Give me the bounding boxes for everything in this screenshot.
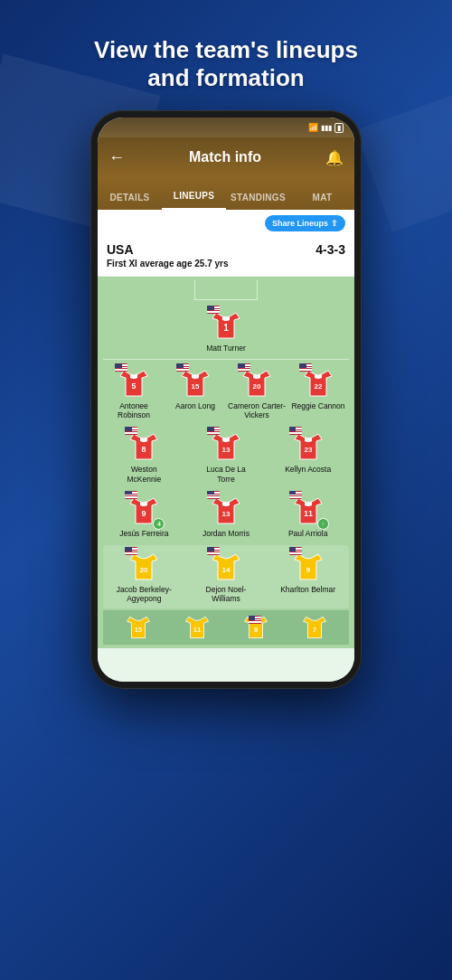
svg-text:8: 8 xyxy=(253,626,257,634)
player-name-berkeley: Jacob Berkeley-Agyepong xyxy=(115,585,174,603)
bench-item-1: 15 xyxy=(124,614,153,641)
svg-text:8: 8 xyxy=(142,445,146,454)
svg-text:9: 9 xyxy=(142,509,146,518)
jersey-svg: 1 xyxy=(209,309,243,342)
svg-text:20: 20 xyxy=(140,566,148,574)
player-name-noel: Dejon Noel-Williams xyxy=(196,585,255,603)
svg-text:22: 22 xyxy=(315,382,323,391)
player-name-arriola: Paul Arriola xyxy=(288,529,327,538)
player-ferreira: 9 4 Jesús Ferreira xyxy=(115,495,174,538)
tab-lineups[interactable]: LINEUPS xyxy=(162,191,226,210)
football-pitch: 1 Matt Turner xyxy=(98,277,354,648)
svg-text:11: 11 xyxy=(193,626,200,634)
status-icons: 📶 ▮▮▮ ▮ xyxy=(308,123,344,133)
subs-row: 20 Jacob Berkeley-Agyepong xyxy=(103,545,349,608)
flag-belmar xyxy=(289,547,302,555)
hero-line1: View the team's lineups xyxy=(27,36,425,64)
sub-berkeley: 20 Jacob Berkeley-Agyepong xyxy=(115,551,174,603)
avg-age-row: First XI average age 25.7 yrs xyxy=(107,259,345,269)
sub-on-indicator-arriola: ↑ xyxy=(317,518,329,530)
player-name-acosta: Kellyn Acosta xyxy=(285,465,331,474)
svg-text:13: 13 xyxy=(222,510,231,518)
flag-cv xyxy=(238,363,250,372)
team-name: USA xyxy=(107,242,134,257)
flag-ferreira xyxy=(125,491,137,499)
battery-icon: ▮ xyxy=(334,123,344,133)
player-name: Matt Turner xyxy=(206,344,245,353)
jersey-svg-robinson: 5 xyxy=(117,367,151,400)
flag-usa xyxy=(207,306,220,314)
hero-text: View the team's lineups and formation xyxy=(0,0,452,110)
player-robinson: 5 Antonee Robinson xyxy=(105,367,164,419)
player-name-long: Aaron Long xyxy=(175,401,215,410)
jersey-svg-berkeley: 20 xyxy=(127,551,161,583)
svg-text:9: 9 xyxy=(306,566,310,574)
flag-cannon xyxy=(299,363,312,372)
player-delatorre: 13 Luca De La Torre xyxy=(196,430,255,483)
flag-berkeley xyxy=(125,547,137,555)
svg-text:1: 1 xyxy=(223,323,229,333)
bench-jersey-1: 15 xyxy=(124,614,153,641)
svg-text:7: 7 xyxy=(312,626,315,634)
midfield-line-top xyxy=(103,359,349,361)
player-acosta: 23 Kellyn Acosta xyxy=(278,430,337,474)
hero-line2: and formation xyxy=(27,64,425,92)
team-header: USA 4-3-3 First XI average age 25.7 yrs xyxy=(98,237,354,277)
svg-text:20: 20 xyxy=(253,382,261,391)
player-name-mckennie: Weston McKennie xyxy=(115,465,174,483)
share-bar: Share Lineups ⇧ xyxy=(98,210,354,237)
flag-arriola xyxy=(289,491,302,499)
defenders-row: 5 Antonee Robinson xyxy=(103,362,349,425)
svg-text:13: 13 xyxy=(222,446,231,454)
avg-age-value: 25.7 yrs xyxy=(194,259,228,269)
jersey-svg-cv: 20 xyxy=(240,367,274,400)
player-long: 15 Aaron Long xyxy=(166,367,225,410)
flag-mckennie xyxy=(125,427,137,435)
bench-item-3: 8 xyxy=(241,614,270,641)
bench-jersey-4: 7 xyxy=(300,614,329,641)
share-icon: ⇧ xyxy=(331,219,338,228)
tab-bar: DETAILS LINEUPS STANDINGS MAT xyxy=(98,177,354,210)
svg-text:14: 14 xyxy=(222,566,231,574)
svg-text:5: 5 xyxy=(131,382,136,391)
content-area: Share Lineups ⇧ USA 4-3-3 First XI avera… xyxy=(98,210,354,682)
sub-noel-williams: 14 Dejon Noel-Williams xyxy=(196,551,255,603)
player-morris: 13 Jordan Morris xyxy=(196,495,255,538)
svg-text:15: 15 xyxy=(134,626,141,634)
sub-number: 4 xyxy=(157,521,161,527)
player-name-delatorre: Luca De La Torre xyxy=(196,465,255,483)
back-button[interactable]: ← xyxy=(108,148,125,167)
signal-icon: ▮▮▮ xyxy=(321,124,332,132)
avg-age-label: First XI average age xyxy=(107,259,193,269)
screen-title: Match info xyxy=(132,149,318,165)
bench-row: 15 11 8 xyxy=(103,610,349,645)
player-arriola: 11 ↑ Paul Arriola xyxy=(278,495,337,538)
flag-bench3 xyxy=(249,616,261,624)
svg-text:11: 11 xyxy=(304,509,313,518)
svg-text:23: 23 xyxy=(304,446,312,454)
jersey-svg-long: 15 xyxy=(178,367,212,400)
player-name-ferreira: Jesús Ferreira xyxy=(119,529,168,538)
jersey-svg-belmar: 9 xyxy=(291,551,325,583)
tab-match[interactable]: MAT xyxy=(290,193,354,210)
flag-delatorre xyxy=(207,427,220,435)
tab-standings[interactable]: STANDINGS xyxy=(226,193,290,210)
top-bar: ← Match info 🔔 xyxy=(98,137,354,177)
jersey-svg-delatorre: 13 xyxy=(209,430,243,463)
player-mckennie: 8 Weston McKennie xyxy=(115,430,174,483)
formation: 4-3-3 xyxy=(315,242,345,257)
bench-item-4: 7 xyxy=(300,614,329,641)
player-name-cannon: Reggie Cannon xyxy=(291,401,344,410)
player-name-robinson: Antonee Robinson xyxy=(105,401,164,419)
notification-bell-icon[interactable]: 🔔 xyxy=(325,149,344,166)
jersey-svg-noel: 14 xyxy=(209,551,243,583)
bench-item-2: 11 xyxy=(183,614,212,641)
flag-noel xyxy=(207,547,220,555)
share-lineups-button[interactable]: Share Lineups ⇧ xyxy=(265,215,345,231)
sub-belmar: 9 Kharlton Belmar xyxy=(278,551,337,594)
tab-details[interactable]: DETAILS xyxy=(98,193,162,210)
sub-number-arriola: ↑ xyxy=(321,521,325,527)
flag-robinson xyxy=(115,363,127,372)
flag-morris xyxy=(207,491,220,499)
goal-area xyxy=(194,280,258,300)
